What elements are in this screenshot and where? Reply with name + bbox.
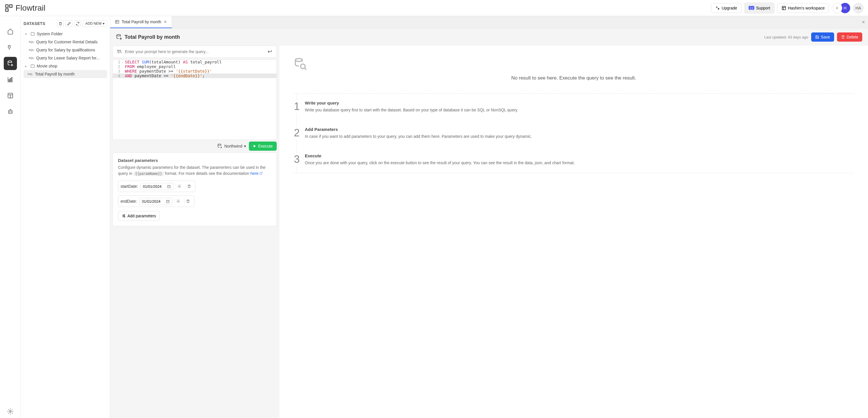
- sidebar-title: DATASETS: [24, 21, 55, 26]
- param-settings-button[interactable]: [175, 198, 182, 205]
- add-member-button[interactable]: [832, 3, 842, 13]
- svg-point-27: [301, 64, 305, 69]
- nav-datasets[interactable]: [4, 57, 17, 70]
- robot-icon: [7, 109, 13, 115]
- sql-icon: SQL: [29, 49, 34, 51]
- tab-payroll[interactable]: Total Payroll by month ✕: [110, 16, 172, 28]
- delete-button[interactable]: Delete: [837, 32, 862, 41]
- svg-point-16: [120, 38, 121, 39]
- svg-rect-6: [9, 80, 9, 81]
- query-leave[interactable]: SQL Query for Leave Salary Report for...: [24, 54, 107, 62]
- step-number: 2: [291, 127, 300, 140]
- param-delete-button[interactable]: [184, 198, 192, 205]
- svg-point-20: [179, 186, 180, 187]
- pencil-icon: [67, 22, 71, 26]
- logo[interactable]: Flowtrail: [5, 3, 45, 12]
- database-gear-icon: [7, 60, 13, 67]
- table-icon: [115, 20, 119, 24]
- nav-dashboards[interactable]: [4, 89, 17, 102]
- svg-point-17: [218, 144, 221, 146]
- close-tab-icon[interactable]: ✕: [164, 20, 167, 24]
- workspace-icon: [782, 6, 786, 10]
- execute-button[interactable]: Execute: [249, 142, 277, 151]
- user-avatar[interactable]: HA: [853, 3, 863, 13]
- save-button[interactable]: Save: [811, 32, 834, 41]
- param-enddate: endDate:: [118, 196, 194, 207]
- page-title-text: Total Payroll by month: [125, 34, 180, 40]
- gear-icon: [7, 408, 13, 415]
- nav-charts[interactable]: [4, 73, 17, 86]
- folder-system[interactable]: ▾ System Folder: [24, 30, 107, 38]
- results-panel: No result to see here. Execute the query…: [279, 46, 868, 418]
- folder-movie[interactable]: ▸ Movie shop: [24, 62, 107, 70]
- sparkle-icon: [715, 6, 720, 10]
- param-delete-button[interactable]: [185, 183, 193, 190]
- nav-connections[interactable]: [4, 41, 17, 54]
- gear-icon: [177, 184, 181, 188]
- sliders-icon: [122, 214, 126, 218]
- last-updated: Last updated: 43 days ago: [764, 35, 808, 39]
- param-settings-button[interactable]: [176, 183, 183, 190]
- svg-rect-7: [10, 78, 11, 81]
- svg-point-13: [9, 411, 11, 412]
- datasets-sidebar: DATASETS ADD NEW ▾ ▾ System Folder SQL Q…: [21, 16, 110, 418]
- query-rental[interactable]: SQL Query for Customer Rental Details: [24, 38, 107, 46]
- svg-rect-2: [6, 9, 8, 11]
- nav-settings[interactable]: [4, 405, 17, 418]
- svg-rect-14: [115, 20, 119, 24]
- close-all-icon[interactable]: ✕: [862, 20, 865, 24]
- app-header: Flowtrail Upgrade Support Hashim's works…: [0, 0, 868, 16]
- svg-rect-21: [166, 200, 169, 203]
- prompt-input[interactable]: [125, 49, 264, 54]
- chart-icon: [7, 77, 13, 83]
- parameters-panel: Dataset parameters Configure dynamic par…: [113, 152, 277, 226]
- sql-editor[interactable]: 1⌄SELECT SUM(totalAmount) AS total_payro…: [113, 59, 277, 140]
- delete-dataset-button[interactable]: [57, 20, 64, 27]
- query-salary[interactable]: SQL Query for Salary by qualifications: [24, 46, 107, 54]
- caret-right-icon: ▸: [25, 65, 29, 68]
- save-icon: [815, 35, 819, 39]
- startdate-input[interactable]: [143, 184, 166, 189]
- step-number: 1: [291, 100, 300, 113]
- sql-icon: SQL: [28, 72, 33, 76]
- edit-dataset-button[interactable]: [65, 20, 72, 27]
- step-number: 3: [291, 153, 300, 166]
- param-startdate: startDate:: [118, 181, 195, 192]
- svg-rect-3: [782, 6, 786, 10]
- plus-icon: [835, 6, 839, 10]
- svg-point-22: [178, 201, 179, 202]
- plug-icon: [7, 44, 13, 51]
- caret-down-icon: ▾: [25, 32, 29, 36]
- svg-point-26: [296, 59, 302, 61]
- enter-icon[interactable]: [267, 49, 272, 55]
- trash-icon: [841, 35, 845, 39]
- workspace-selector[interactable]: Hashim's workspace: [777, 3, 829, 13]
- add-new-button[interactable]: ADD NEW ▾: [83, 20, 107, 27]
- add-parameters-button[interactable]: Add parameters: [118, 211, 160, 221]
- svg-rect-0: [6, 5, 8, 7]
- query-payroll[interactable]: SQL Total Payroll by month: [24, 70, 107, 78]
- content-area: Total Payroll by month ✕ ✕ Total Payroll…: [110, 16, 868, 418]
- home-icon: [7, 28, 13, 34]
- nav-ai[interactable]: [4, 105, 17, 118]
- header-actions: Upgrade Support Hashim's workspace H HA: [711, 3, 863, 13]
- database-selector[interactable]: Northwind ▾: [217, 144, 246, 149]
- calendar-icon[interactable]: [166, 200, 169, 203]
- nav-home[interactable]: [4, 25, 17, 38]
- folder-icon: [30, 32, 35, 36]
- params-title: Dataset parameters: [118, 158, 271, 163]
- discord-icon: [749, 5, 754, 11]
- play-icon: [253, 144, 256, 148]
- support-button[interactable]: Support: [744, 3, 774, 13]
- svg-rect-1: [10, 5, 12, 7]
- refresh-icon: [76, 22, 80, 26]
- enddate-input[interactable]: [142, 199, 165, 204]
- ai-prompt-bar: [113, 46, 277, 58]
- refresh-button[interactable]: [74, 20, 81, 27]
- calendar-icon[interactable]: [167, 185, 171, 188]
- upgrade-button[interactable]: Upgrade: [711, 3, 741, 13]
- chevron-down-icon: ▾: [244, 144, 246, 148]
- docs-link[interactable]: here: [251, 171, 263, 176]
- wand-icon: [117, 49, 122, 54]
- search-db-icon: [293, 57, 854, 71]
